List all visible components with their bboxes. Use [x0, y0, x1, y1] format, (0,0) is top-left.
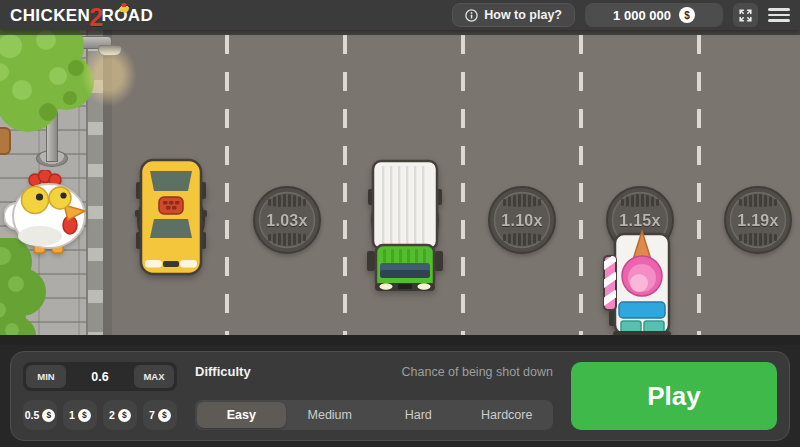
lane-divider	[579, 35, 583, 335]
multiplier-label: 1.19x	[737, 212, 779, 229]
chicken-icon	[4, 170, 94, 255]
road-edge-top	[0, 30, 800, 35]
menu-button[interactable]	[768, 3, 790, 27]
how-to-play-button[interactable]: How to play?	[452, 3, 575, 27]
lane-divider	[225, 35, 229, 335]
chip-button-7[interactable]: 7 $	[143, 400, 177, 430]
top-bar: CHICKEN2ROAD How to play? 1 000 000 $	[0, 0, 800, 30]
how-to-play-label: How to play?	[484, 8, 562, 22]
difficulty-tab-medium[interactable]: Medium	[286, 402, 375, 428]
currency-symbol: $	[122, 410, 127, 420]
chip-button-2[interactable]: 2 $	[103, 400, 137, 430]
chip-button-0.5[interactable]: 0.5 $	[23, 400, 57, 430]
chip-label: 0.5	[25, 409, 40, 421]
balance-display: 1 000 000 $	[585, 3, 723, 27]
chip-label: 2	[109, 409, 115, 421]
lane-divider	[461, 35, 465, 335]
currency-symbol: $	[162, 410, 167, 420]
taxi-icon	[135, 158, 207, 276]
manhole-multiplier-1: 1.03x	[253, 186, 321, 254]
lamp-glow	[82, 44, 136, 106]
fullscreen-button[interactable]	[733, 3, 758, 27]
info-icon	[465, 9, 478, 22]
chip-label: 1	[69, 409, 75, 421]
multiplier-label: 1.03x	[266, 212, 308, 229]
chip-label: 7	[149, 409, 155, 421]
lane-divider	[343, 35, 347, 335]
ice-cream-truck-icon	[601, 230, 681, 340]
difficulty-section: Difficulty Chance of being shot down Eas…	[195, 362, 553, 430]
chip-buttons: 0.5 $ 1 $ 2 $ 7 $	[23, 400, 177, 430]
top-bar-actions: How to play? 1 000 000 $	[452, 3, 790, 27]
bet-controls: MIN 0.6 MAX 0.5 $ 1 $ 2 $	[23, 362, 177, 430]
difficulty-tab-hardcore[interactable]: Hardcore	[463, 402, 552, 428]
road-playfield: 1.03x 1.10x 1.15x 1.19x	[0, 30, 800, 345]
logo-chick-icon	[119, 3, 129, 13]
difficulty-header: Difficulty Chance of being shot down	[195, 364, 553, 379]
difficulty-label: Difficulty	[195, 364, 251, 379]
dollar-coin-icon: $	[78, 409, 91, 422]
manhole-multiplier-2: 1.10x	[488, 186, 556, 254]
currency-symbol: $	[684, 10, 690, 21]
chicken-road-game: CHICKEN2ROAD How to play? 1 000 000 $	[0, 0, 800, 447]
dollar-coin-icon: $	[42, 409, 55, 422]
chance-label: Chance of being shot down	[402, 365, 554, 379]
min-bet-button[interactable]: MIN	[26, 365, 66, 388]
logo: CHICKEN2ROAD	[10, 3, 153, 28]
cargo-truck-icon	[367, 159, 443, 293]
dollar-coin-icon: $	[118, 409, 131, 422]
currency-symbol: $	[46, 410, 51, 420]
control-panel: MIN 0.6 MAX 0.5 $ 1 $ 2 $	[10, 351, 790, 441]
road-edge-bottom	[0, 335, 800, 345]
fullscreen-icon	[739, 9, 752, 22]
logo-text-chicken: CHICKEN	[10, 7, 90, 24]
difficulty-tabs: Easy Medium Hard Hardcore	[195, 400, 553, 430]
bet-amount-value[interactable]: 0.6	[66, 370, 134, 384]
difficulty-tab-hard[interactable]: Hard	[374, 402, 463, 428]
multiplier-label: 1.10x	[501, 212, 543, 229]
difficulty-tab-easy[interactable]: Easy	[197, 402, 286, 428]
balance-amount: 1 000 000	[613, 8, 671, 23]
bet-amount-bar: MIN 0.6 MAX	[23, 362, 177, 391]
dollar-coin-icon: $	[679, 7, 695, 23]
lane-divider	[697, 35, 701, 335]
play-button[interactable]: Play	[571, 362, 777, 430]
currency-symbol: $	[82, 410, 87, 420]
control-bar: MIN 0.6 MAX 0.5 $ 1 $ 2 $	[0, 345, 800, 447]
manhole-multiplier-4: 1.19x	[724, 186, 792, 254]
max-bet-button[interactable]: MAX	[134, 365, 174, 388]
dollar-coin-icon: $	[158, 409, 171, 422]
chip-button-1[interactable]: 1 $	[63, 400, 97, 430]
multiplier-label: 1.15x	[619, 212, 661, 229]
